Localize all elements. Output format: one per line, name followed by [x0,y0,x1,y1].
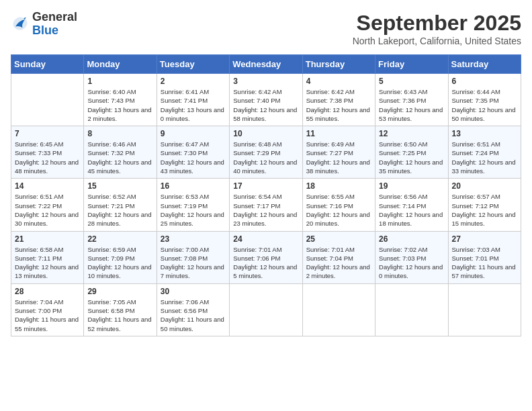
day-number: 17 [233,181,298,191]
logo: General Blue [11,11,77,38]
day-info: Sunrise: 6:42 AMSunset: 7:40 PMDaylight:… [233,87,298,123]
day-info: Sunrise: 6:57 AMSunset: 7:12 PMDaylight:… [452,192,517,228]
day-number: 23 [161,234,226,244]
title-area: September 2025 North Lakeport, Californi… [353,11,521,46]
calendar-cell [375,283,448,336]
weekday-header-monday: Monday [84,55,157,74]
day-number: 21 [15,234,80,244]
calendar-cell: 19Sunrise: 6:56 AMSunset: 7:14 PMDayligh… [375,179,448,231]
day-number: 25 [306,234,371,244]
day-number: 4 [306,77,371,86]
logo-text: General Blue [32,11,77,38]
day-info: Sunrise: 6:53 AMSunset: 7:19 PMDaylight:… [161,192,226,228]
day-number: 6 [452,77,517,86]
month-title: September 2025 [353,11,521,36]
day-info: Sunrise: 6:56 AMSunset: 7:14 PMDaylight:… [379,192,444,228]
calendar-week-row: 28Sunrise: 7:04 AMSunset: 7:00 PMDayligh… [11,283,521,336]
day-info: Sunrise: 6:50 AMSunset: 7:25 PMDaylight:… [379,140,444,175]
calendar-cell: 28Sunrise: 7:04 AMSunset: 7:00 PMDayligh… [11,283,84,336]
header: General Blue September 2025 North Lakepo… [11,11,521,46]
calendar-cell [448,283,521,336]
weekday-header-thursday: Thursday [302,55,375,74]
calendar-cell: 22Sunrise: 6:59 AMSunset: 7:09 PMDayligh… [84,231,157,283]
calendar-week-row: 1Sunrise: 6:40 AMSunset: 7:43 PMDaylight… [11,74,521,126]
calendar-cell: 17Sunrise: 6:54 AMSunset: 7:17 PMDayligh… [230,179,302,231]
day-number: 11 [306,129,371,138]
calendar-cell: 9Sunrise: 6:47 AMSunset: 7:30 PMDaylight… [157,126,229,179]
calendar-cell: 11Sunrise: 6:49 AMSunset: 7:27 PMDayligh… [302,126,375,179]
weekday-header-row: SundayMondayTuesdayWednesdayThursdayFrid… [11,55,521,74]
calendar-cell: 7Sunrise: 6:45 AMSunset: 7:33 PMDaylight… [11,126,84,179]
day-info: Sunrise: 6:49 AMSunset: 7:27 PMDaylight:… [306,140,371,175]
day-info: Sunrise: 7:03 AMSunset: 7:01 PMDaylight:… [452,245,517,281]
day-number: 2 [161,77,226,86]
day-number: 3 [233,77,298,86]
day-number: 12 [379,129,444,138]
day-number: 27 [452,234,517,244]
day-number: 15 [87,181,152,191]
day-info: Sunrise: 7:00 AMSunset: 7:08 PMDaylight:… [161,245,226,281]
calendar-cell [302,283,375,336]
day-info: Sunrise: 6:52 AMSunset: 7:21 PMDaylight:… [87,192,152,228]
calendar-cell: 10Sunrise: 6:48 AMSunset: 7:29 PMDayligh… [230,126,302,179]
calendar-cell [11,74,84,126]
calendar-cell: 1Sunrise: 6:40 AMSunset: 7:43 PMDaylight… [84,74,157,126]
day-info: Sunrise: 6:41 AMSunset: 7:41 PMDaylight:… [161,87,226,123]
calendar-cell: 5Sunrise: 6:43 AMSunset: 7:36 PMDaylight… [375,74,448,126]
calendar-cell: 4Sunrise: 6:42 AMSunset: 7:38 PMDaylight… [302,74,375,126]
day-info: Sunrise: 6:51 AMSunset: 7:24 PMDaylight:… [452,140,517,175]
day-info: Sunrise: 6:46 AMSunset: 7:32 PMDaylight:… [87,140,152,175]
day-number: 7 [15,129,80,138]
day-info: Sunrise: 6:44 AMSunset: 7:35 PMDaylight:… [452,87,517,123]
location-title: North Lakeport, California, United State… [353,36,521,46]
day-number: 5 [379,77,444,86]
day-number: 9 [161,129,226,138]
calendar-cell: 6Sunrise: 6:44 AMSunset: 7:35 PMDaylight… [448,74,521,126]
day-info: Sunrise: 6:47 AMSunset: 7:30 PMDaylight:… [161,140,226,175]
day-number: 18 [306,181,371,191]
calendar-cell: 29Sunrise: 7:05 AMSunset: 6:58 PMDayligh… [84,283,157,336]
day-info: Sunrise: 6:55 AMSunset: 7:16 PMDaylight:… [306,192,371,228]
calendar-cell: 27Sunrise: 7:03 AMSunset: 7:01 PMDayligh… [448,231,521,283]
day-info: Sunrise: 7:04 AMSunset: 7:00 PMDaylight:… [15,298,80,333]
day-number: 19 [379,181,444,191]
day-info: Sunrise: 6:43 AMSunset: 7:36 PMDaylight:… [379,87,444,123]
weekday-header-tuesday: Tuesday [157,55,229,74]
day-info: Sunrise: 6:42 AMSunset: 7:38 PMDaylight:… [306,87,371,123]
calendar-cell: 23Sunrise: 7:00 AMSunset: 7:08 PMDayligh… [157,231,229,283]
day-number: 20 [452,181,517,191]
weekday-header-wednesday: Wednesday [230,55,302,74]
day-number: 22 [87,234,152,244]
day-info: Sunrise: 6:40 AMSunset: 7:43 PMDaylight:… [87,87,152,123]
calendar-cell: 3Sunrise: 6:42 AMSunset: 7:40 PMDaylight… [230,74,302,126]
calendar-cell: 25Sunrise: 7:01 AMSunset: 7:04 PMDayligh… [302,231,375,283]
day-number: 13 [452,129,517,138]
day-number: 30 [161,287,226,296]
calendar-cell: 12Sunrise: 6:50 AMSunset: 7:25 PMDayligh… [375,126,448,179]
calendar-cell: 8Sunrise: 6:46 AMSunset: 7:32 PMDaylight… [84,126,157,179]
day-number: 10 [233,129,298,138]
day-info: Sunrise: 7:01 AMSunset: 7:06 PMDaylight:… [233,245,298,281]
day-info: Sunrise: 6:48 AMSunset: 7:29 PMDaylight:… [233,140,298,175]
weekday-header-friday: Friday [375,55,448,74]
day-number: 29 [87,287,152,296]
day-info: Sunrise: 6:51 AMSunset: 7:22 PMDaylight:… [15,192,80,228]
logo-icon [11,15,30,34]
calendar-cell: 14Sunrise: 6:51 AMSunset: 7:22 PMDayligh… [11,179,84,231]
day-info: Sunrise: 6:54 AMSunset: 7:17 PMDaylight:… [233,192,298,228]
calendar-cell: 16Sunrise: 6:53 AMSunset: 7:19 PMDayligh… [157,179,229,231]
calendar-cell: 18Sunrise: 6:55 AMSunset: 7:16 PMDayligh… [302,179,375,231]
day-number: 28 [15,287,80,296]
day-info: Sunrise: 6:59 AMSunset: 7:09 PMDaylight:… [87,245,152,281]
calendar-week-row: 7Sunrise: 6:45 AMSunset: 7:33 PMDaylight… [11,126,521,179]
day-number: 16 [161,181,226,191]
calendar-cell: 15Sunrise: 6:52 AMSunset: 7:21 PMDayligh… [84,179,157,231]
calendar-table: SundayMondayTuesdayWednesdayThursdayFrid… [11,54,521,336]
calendar-cell: 30Sunrise: 7:06 AMSunset: 6:56 PMDayligh… [157,283,229,336]
calendar-week-row: 21Sunrise: 6:58 AMSunset: 7:11 PMDayligh… [11,231,521,283]
day-info: Sunrise: 6:45 AMSunset: 7:33 PMDaylight:… [15,140,80,175]
day-number: 26 [379,234,444,244]
calendar-cell: 24Sunrise: 7:01 AMSunset: 7:06 PMDayligh… [230,231,302,283]
day-info: Sunrise: 7:05 AMSunset: 6:58 PMDaylight:… [87,298,152,333]
calendar-week-row: 14Sunrise: 6:51 AMSunset: 7:22 PMDayligh… [11,179,521,231]
